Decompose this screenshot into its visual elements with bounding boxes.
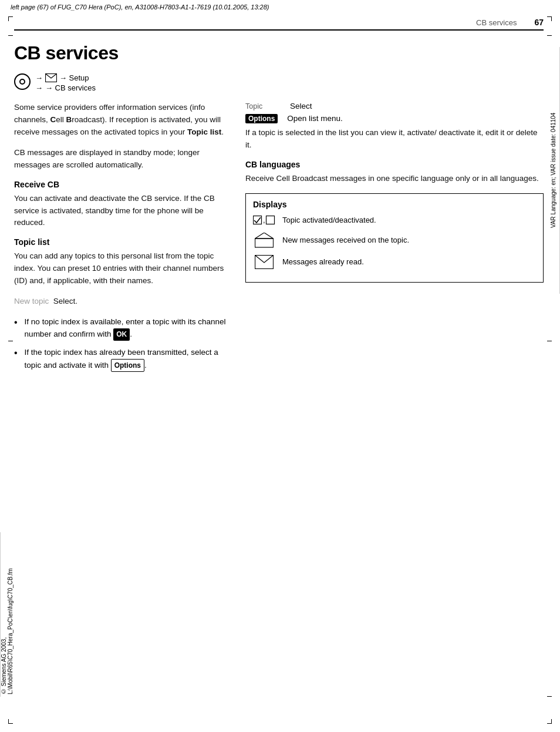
bullet-text-2: If the topic index has already been tran… (25, 347, 231, 372)
arrow-sym-1: → (35, 73, 43, 82)
display-icon-3 (253, 255, 275, 269)
svg-text:,: , (263, 216, 265, 224)
nav-icon-circle (14, 73, 31, 90)
nav-icon-inner (19, 79, 25, 85)
topic-row: Topic Select (245, 102, 544, 110)
topic-label: Topic (245, 102, 281, 110)
ok-key: OK (113, 328, 130, 341)
topic-list-paragraph: You can add any topics to this personal … (14, 250, 231, 287)
two-col-layout: Some service providers offer information… (14, 102, 544, 379)
nav-row: → → Setup → → CB services (14, 73, 544, 92)
display-text-3: Messages already read. (282, 257, 364, 266)
svg-rect-3 (266, 216, 275, 224)
corner-mark-tl (8, 16, 13, 21)
envelope-icon-nav (45, 73, 57, 82)
if-topic-paragraph: If a topic is selected in the list you c… (245, 127, 544, 152)
vmark-ml (8, 341, 13, 341)
corner-mark-br (547, 719, 552, 724)
display-text-1: Topic activated/deactivated. (282, 216, 376, 224)
vmark-tr (547, 35, 552, 36)
col-right: Topic Select Options Open list menu. If … (245, 102, 544, 379)
new-topic-line: New topic Select. (14, 296, 231, 308)
cb-languages-heading: CB languages (245, 160, 544, 169)
page-header: CB services 67 (14, 18, 544, 31)
corner-mark-bl (8, 719, 13, 724)
vmark-tl (8, 35, 13, 36)
arrow-sym-2: → (35, 83, 43, 92)
page-container: CB services 67 CB services → → Setup → →… (14, 18, 544, 714)
new-topic-label: New topic (14, 297, 49, 305)
receive-cb-heading: Receive CB (14, 180, 231, 189)
bullet-text-1: If no topic index is available, enter a … (25, 316, 231, 341)
svg-rect-4 (255, 239, 274, 247)
checkbox-cross-icon: , (253, 215, 275, 226)
corner-mark-tr (547, 16, 552, 21)
options-badge: Options (245, 114, 278, 123)
display-row-2: New messages received on the topic. (253, 233, 536, 248)
topic-action: Select (290, 102, 312, 110)
top-meta-bar: left page (67) of FUG_C70 Hera (PoC), en… (0, 0, 560, 13)
options-key: Options (111, 359, 144, 372)
display-icon-2 (253, 233, 275, 248)
receive-cb-paragraph: You can activate and deactivate the CB s… (14, 193, 231, 230)
side-text-right: VAR Language: en; VAR issue date: 041104 (547, 47, 560, 294)
bullet-list: If no topic index is available, enter a … (14, 316, 231, 372)
bullet-item-1: If no topic index is available, enter a … (14, 316, 231, 341)
display-icon-1: , (253, 215, 275, 226)
vmark-br (547, 696, 552, 697)
new-topic-action: Select. (53, 297, 77, 305)
side-text-left: © Siemens AG 2003, L:\Mobil\R65\C70_Hera… (0, 532, 13, 697)
cb-languages-paragraph: Receive Cell Broadcast messages in one s… (245, 173, 544, 185)
vmark-mr (547, 341, 552, 341)
nav-arrow-line-1: → → Setup (35, 73, 96, 82)
cb-messages-paragraph: CB messages are displayed in standby mod… (14, 147, 231, 172)
display-text-2: New messages received on the topic. (282, 236, 409, 244)
header-section-title: CB services (476, 18, 517, 27)
displays-heading: Displays (253, 200, 536, 209)
nav-arrow-line-2: → → CB services (35, 83, 96, 92)
new-envelope-icon (255, 233, 274, 248)
read-envelope-icon (255, 255, 274, 269)
options-action: Open list menu. (287, 114, 343, 123)
display-row-1: , Topic activated/deactivated. (253, 215, 536, 226)
page-number: 67 (534, 18, 544, 27)
nav-arrow1-label: → Setup (59, 73, 89, 82)
doc-title: CB services (14, 42, 544, 64)
bullet-item-2: If the topic index has already been tran… (14, 347, 231, 372)
display-row-3: Messages already read. (253, 255, 536, 269)
nav-arrow2-label: → CB services (45, 83, 96, 92)
topic-list-heading: Topic list (14, 237, 231, 247)
displays-box: Displays , Topic activated/deactiv (245, 193, 544, 283)
options-row: Options Open list menu. (245, 114, 544, 123)
col-left: Some service providers offer information… (14, 102, 231, 379)
nav-arrows: → → Setup → → CB services (35, 73, 96, 92)
intro-paragraph: Some service providers offer information… (14, 102, 231, 139)
